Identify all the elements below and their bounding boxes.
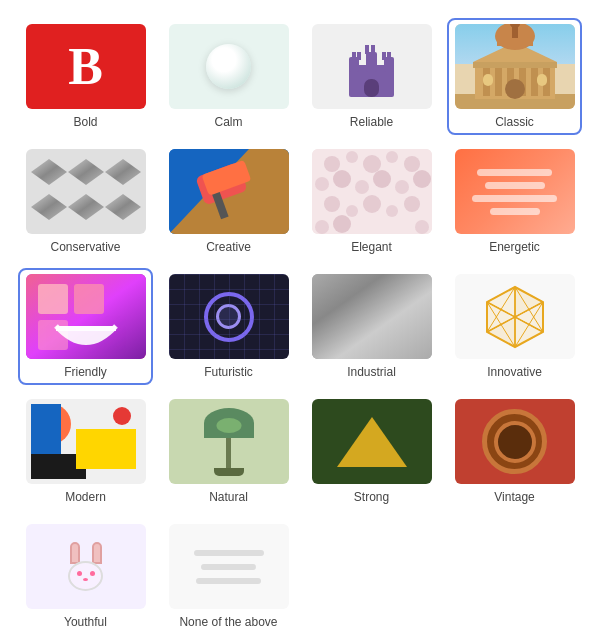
svg-point-40: [324, 156, 340, 172]
conservative-preview: [26, 149, 146, 234]
energetic-preview: [455, 149, 575, 234]
card-label-industrial: Industrial: [347, 365, 396, 379]
card-image-energetic: [455, 149, 575, 234]
conservative-diamonds-svg: [31, 154, 141, 229]
energy-line-1: [477, 169, 552, 176]
svg-rect-9: [371, 45, 375, 54]
svg-marker-32: [68, 194, 104, 220]
lamp-base: [214, 468, 244, 476]
creative-preview: [169, 149, 289, 234]
bold-letter: B: [68, 37, 103, 96]
card-youthful[interactable]: Youthful: [18, 518, 153, 635]
card-image-vintage: [455, 399, 575, 484]
svg-marker-33: [105, 194, 141, 220]
card-label-modern: Modern: [65, 490, 106, 504]
classic-building-svg: [455, 24, 575, 109]
svg-rect-61: [74, 284, 104, 314]
modern-red-circle: [113, 407, 131, 425]
industrial-preview: [312, 274, 432, 359]
svg-point-41: [346, 151, 358, 163]
card-elegant[interactable]: Elegant: [304, 143, 439, 260]
card-label-vintage: Vintage: [494, 490, 534, 504]
card-bold[interactable]: B Bold: [18, 18, 153, 135]
card-label-calm: Calm: [214, 115, 242, 129]
card-vintage[interactable]: Vintage: [447, 393, 582, 510]
bunny-character: [68, 542, 103, 591]
card-label-futuristic: Futuristic: [204, 365, 253, 379]
card-innovative[interactable]: Innovative: [447, 268, 582, 385]
card-label-classic: Classic: [495, 115, 534, 129]
svg-rect-5: [357, 52, 361, 60]
energy-line-2: [485, 182, 545, 189]
card-conservative[interactable]: Conservative: [18, 143, 153, 260]
card-futuristic[interactable]: Futuristic: [161, 268, 296, 385]
svg-rect-2: [366, 52, 377, 72]
card-label-energetic: Energetic: [489, 240, 540, 254]
svg-point-43: [386, 151, 398, 163]
bunny-eye-left: [77, 571, 82, 576]
lamp-pole: [226, 438, 231, 468]
card-image-innovative: [455, 274, 575, 359]
card-energetic[interactable]: Energetic: [447, 143, 582, 260]
card-image-strong: [312, 399, 432, 484]
bunny-head: [68, 561, 103, 591]
calm-preview: [169, 24, 289, 109]
vintage-inner-ring: [494, 421, 536, 463]
svg-marker-28: [31, 159, 67, 185]
card-calm[interactable]: Calm: [161, 18, 296, 135]
svg-point-48: [373, 170, 391, 188]
svg-point-56: [315, 220, 329, 234]
calm-circle: [206, 44, 251, 89]
futuristic-grid: [169, 274, 289, 359]
creative-svg: [169, 149, 289, 234]
svg-rect-10: [364, 79, 379, 97]
mountain-triangle: [337, 417, 407, 467]
card-label-creative: Creative: [206, 240, 251, 254]
card-none[interactable]: None of the above: [161, 518, 296, 635]
card-image-creative: [169, 149, 289, 234]
bold-preview: B: [26, 24, 146, 109]
svg-point-44: [404, 156, 420, 172]
svg-rect-19: [473, 62, 557, 68]
svg-marker-31: [31, 194, 67, 220]
svg-rect-8: [365, 45, 369, 54]
bunny-nose: [83, 578, 88, 581]
card-reliable[interactable]: Reliable: [304, 18, 439, 135]
friendly-preview: [26, 274, 146, 359]
card-classic[interactable]: Classic: [447, 18, 582, 135]
svg-point-49: [395, 180, 409, 194]
card-label-conservative: Conservative: [50, 240, 120, 254]
none-line-3: [196, 578, 261, 584]
style-grid: B Bold Calm: [10, 10, 590, 638]
card-label-friendly: Friendly: [64, 365, 107, 379]
card-image-reliable: [312, 24, 432, 109]
elegant-preview: [312, 149, 432, 234]
card-label-youthful: Youthful: [64, 615, 107, 629]
card-strong[interactable]: Strong: [304, 393, 439, 510]
svg-rect-64: [312, 274, 432, 359]
youthful-preview: [26, 524, 146, 609]
innovative-preview: [455, 274, 575, 359]
bunny-eye-right: [90, 571, 95, 576]
card-label-bold: Bold: [73, 115, 97, 129]
svg-rect-6: [382, 52, 386, 60]
card-modern[interactable]: Modern: [18, 393, 153, 510]
bunny-eyes: [77, 571, 95, 576]
svg-point-51: [324, 196, 340, 212]
card-friendly[interactable]: Friendly: [18, 268, 153, 385]
card-natural[interactable]: Natural: [161, 393, 296, 510]
svg-rect-63: [56, 326, 116, 331]
card-creative[interactable]: Creative: [161, 143, 296, 260]
card-label-reliable: Reliable: [350, 115, 393, 129]
classic-preview: [455, 24, 575, 109]
none-line-1: [194, 550, 264, 556]
modern-blue-rect: [31, 404, 61, 459]
card-image-youthful: [26, 524, 146, 609]
elegant-svg: [312, 149, 432, 234]
card-image-elegant: [312, 149, 432, 234]
modern-preview: [26, 399, 146, 484]
vintage-outer-ring: [482, 409, 547, 474]
svg-point-46: [333, 170, 351, 188]
svg-rect-25: [505, 79, 525, 99]
card-industrial[interactable]: Industrial: [304, 268, 439, 385]
